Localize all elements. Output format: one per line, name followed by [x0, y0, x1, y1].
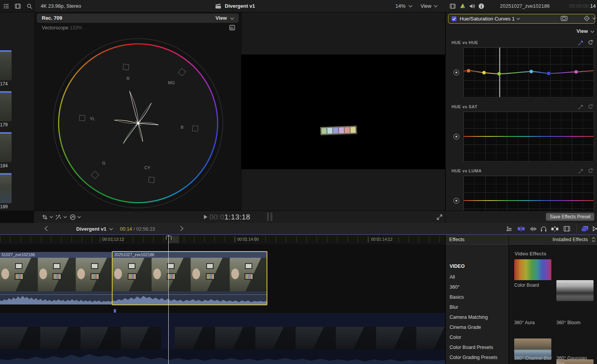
skimming-icon[interactable] — [551, 226, 559, 232]
section-title-hue-vs-hue: HUE vs HUE — [452, 40, 478, 45]
timeline-clip-selected[interactable]: 20251027_zve102186 — [112, 251, 267, 305]
hue-vs-sat-curve[interactable] — [464, 136, 594, 137]
effects-category[interactable]: Basics — [450, 294, 464, 300]
scope-view-menu[interactable]: View — [216, 15, 227, 21]
effect-label: Color Board — [514, 282, 553, 288]
info-icon[interactable] — [478, 3, 484, 9]
filmstrip-icon[interactable] — [450, 3, 456, 9]
audio-icon[interactable] — [469, 3, 475, 9]
timeline-index-icon[interactable] — [505, 226, 512, 232]
browser-clip-number: 184 — [0, 163, 10, 168]
timeline-clip[interactable]: 51027_zve102186 — [0, 252, 113, 304]
eyedropper-icon[interactable] — [578, 168, 584, 174]
timeline-ruler[interactable]: 00:01:13:12 00:01:14:00 00:01:14:12 — [0, 235, 445, 245]
headphones-icon[interactable] — [540, 226, 547, 232]
effects-category[interactable]: Color — [450, 335, 461, 340]
list-view-icon[interactable] — [3, 3, 9, 9]
hue-sat-radio[interactable] — [453, 134, 459, 139]
reset-icon[interactable] — [587, 104, 594, 110]
save-effects-preset-button[interactable]: Save Effects Preset — [546, 213, 594, 221]
chevron-down-icon[interactable] — [434, 5, 438, 8]
hue-vs-hue-curve[interactable] — [464, 48, 594, 97]
filmstrip-view-icon[interactable] — [15, 3, 21, 9]
enhancements-wand-icon[interactable] — [55, 214, 62, 220]
viewer-zoom-level[interactable]: 14% — [395, 3, 405, 9]
eyedropper-icon[interactable] — [578, 104, 584, 110]
browser-clip-thumbnail[interactable] — [0, 50, 12, 80]
effects-filter-dropdown[interactable]: Installed Effects — [553, 236, 588, 242]
audio-levels-icon[interactable] — [530, 226, 537, 232]
effects-category[interactable]: Color Board Presets — [450, 345, 493, 350]
viewer-timecode[interactable]: 00:01:13:18 — [209, 213, 250, 221]
hue-vs-luma-curve[interactable] — [464, 200, 594, 201]
chevron-down-icon[interactable] — [592, 17, 596, 20]
hue-point-yellow[interactable] — [482, 71, 486, 75]
viewer-view-menu[interactable]: View — [421, 3, 431, 9]
timeline-playhead[interactable] — [168, 235, 169, 364]
browser-toggle-icon[interactable] — [581, 225, 589, 232]
hue-point-blue[interactable] — [547, 72, 551, 75]
secondary-storyline[interactable] — [0, 313, 445, 364]
hue-luma-radio[interactable] — [453, 198, 459, 204]
all-clips-icon[interactable] — [563, 226, 570, 232]
hue-hue-radio[interactable] — [453, 70, 459, 75]
mask-icon[interactable] — [561, 16, 568, 21]
color-inspector-icon[interactable] — [460, 3, 466, 9]
effect-thumbnail-color-board[interactable] — [514, 259, 551, 280]
eyedropper-icon[interactable] — [578, 39, 584, 46]
chevron-down-icon[interactable] — [109, 228, 113, 231]
chevron-down-icon[interactable] — [517, 18, 520, 20]
chevron-down-icon[interactable] — [63, 216, 67, 218]
effects-diamond-icon[interactable] — [584, 15, 590, 21]
next-icon[interactable] — [180, 226, 184, 231]
hue-point-orange[interactable] — [467, 69, 470, 73]
hue-point-magenta[interactable] — [575, 70, 578, 74]
effects-category[interactable]: Blur — [450, 304, 458, 310]
vectorscope-trace — [57, 42, 219, 204]
clip-audio-waveform — [113, 291, 267, 304]
hue-point-green[interactable] — [498, 72, 501, 76]
search-icon[interactable] — [26, 3, 33, 9]
browser-clip-thumbnail[interactable] — [0, 173, 12, 203]
chevron-down-icon[interactable] — [77, 216, 81, 218]
effects-category[interactable]: All — [450, 274, 455, 280]
reset-icon[interactable] — [587, 168, 594, 174]
play-icon[interactable] — [203, 214, 208, 219]
effects-category[interactable]: Camera Matching — [450, 315, 488, 320]
clip-filmstrip — [0, 258, 113, 291]
scope-display-options-icon[interactable] — [229, 25, 235, 31]
effects-category-video[interactable]: VIDEO — [450, 264, 465, 269]
hue-vs-sat-graph[interactable] — [463, 111, 594, 162]
effects-category[interactable]: Color Grading Presets — [450, 355, 498, 360]
browser-clip-thumbnail[interactable] — [0, 132, 12, 162]
crop-tool-icon[interactable] — [42, 214, 48, 220]
browser-clip-thumbnail[interactable] — [0, 91, 12, 121]
hue-vs-hue-graph[interactable] — [463, 47, 594, 97]
up-down-chevrons-icon[interactable] — [592, 237, 595, 242]
effects-category[interactable]: Cinema Grade — [450, 325, 481, 330]
expand-icon[interactable] — [436, 214, 443, 220]
clip-appearance-icon[interactable] — [517, 226, 525, 232]
chevron-down-icon[interactable] — [50, 216, 53, 218]
curves-view-menu[interactable]: View — [576, 28, 588, 34]
clapper-icon — [215, 3, 221, 9]
effect-enable-checkbox[interactable] — [452, 16, 457, 21]
chevron-down-icon[interactable] — [409, 5, 412, 8]
color-correction-icon[interactable] — [70, 214, 76, 220]
timeline-project-title[interactable]: Divergent v1 — [76, 226, 106, 232]
effect-header-bar[interactable]: Hue/Saturation Curves 1 — [448, 14, 595, 24]
audio-meter-right[interactable] — [270, 213, 272, 221]
hue-point-cyan[interactable] — [530, 70, 533, 73]
audio-meter-left[interactable] — [267, 213, 269, 221]
timeline-position[interactable]: 00:14 — [120, 226, 132, 232]
chevron-down-icon[interactable] — [230, 17, 234, 20]
effect-name[interactable]: Hue/Saturation Curves 1 — [460, 16, 515, 22]
previous-icon[interactable] — [44, 226, 48, 231]
clip-audio-waveform — [0, 291, 113, 304]
top-left-icon-group — [0, 0, 34, 12]
bowtie-icon[interactable] — [593, 226, 597, 232]
reset-icon[interactable] — [587, 39, 594, 46]
hue-vs-luma-graph[interactable] — [463, 175, 594, 211]
effects-category[interactable]: 360° — [450, 284, 460, 290]
chevron-down-icon[interactable] — [590, 31, 594, 33]
